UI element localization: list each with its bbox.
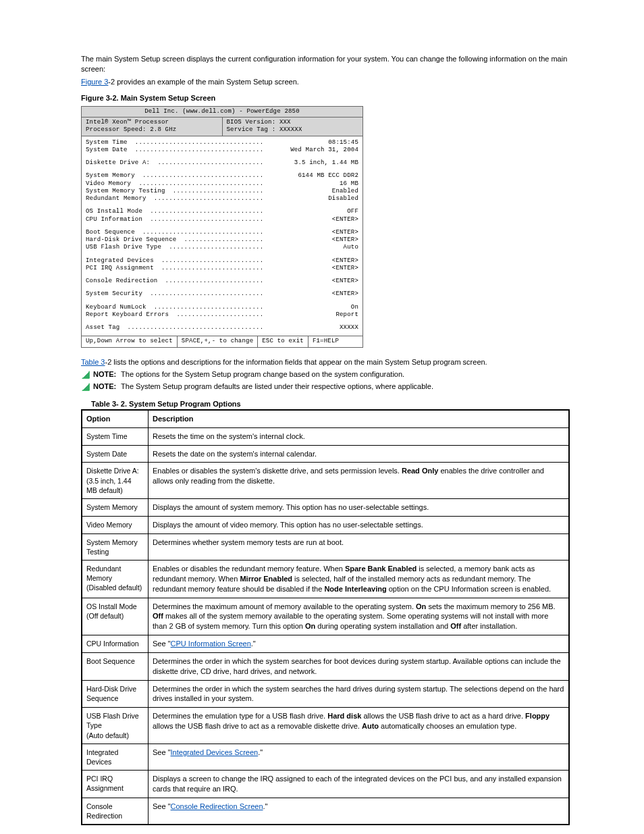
description-cell: Determines the order in which the system…	[149, 680, 570, 708]
bios-setting-row: System Security ........................…	[86, 290, 358, 298]
bios-setting-row: Asset Tag ..............................…	[86, 324, 358, 332]
table-row: System DateResets the date on the system…	[82, 445, 569, 463]
option-cell: CPU Information	[82, 635, 149, 653]
bios-footer-hint: SPACE,+,- to change	[178, 336, 258, 346]
description-cell: Displays the amount of video memory. Thi…	[149, 516, 570, 533]
table-row: Diskette Drive A:(3.5 inch, 1.44 MB defa…	[82, 463, 569, 499]
bios-setting-row: USB Flash Drive Type ...................…	[86, 244, 358, 251]
description-cell: Displays the amount of system memory. Th…	[149, 498, 570, 516]
table-row: Video MemoryDisplays the amount of video…	[82, 516, 569, 533]
bios-setting-row: System Memory Testing ..................…	[86, 188, 358, 195]
intro-text: The main System Setup screen displays th…	[81, 55, 567, 73]
bios-setting-row: Redundant Memory .......................…	[86, 195, 358, 203]
description-cell: See "CPU Information Screen."	[149, 635, 570, 653]
bios-setting-row: CPU Information ........................…	[86, 216, 358, 224]
table-row: Hard-Disk Drive SequenceDetermines the o…	[82, 680, 569, 708]
bios-setting-row: Video Memory ...........................…	[86, 180, 358, 188]
bios-setting-row: System Date ............................…	[86, 147, 358, 154]
table-row: PCI IRQ AssignmentDisplays a screen to c…	[82, 771, 569, 798]
note-2: NOTE: The System Setup program defaults …	[81, 382, 570, 392]
description-cell: Determines the maximum amount of memory …	[149, 598, 570, 635]
inline-link[interactable]: Integrated Devices Screen	[171, 748, 259, 756]
table-row: Integrated DevicesSee "Integrated Device…	[82, 744, 569, 770]
bios-setting-row: Hard-Disk Drive Sequence ...............…	[86, 236, 358, 244]
bios-setting-row: PCI IRQ Assignment .....................…	[86, 265, 358, 272]
option-cell: System Time	[82, 427, 149, 445]
bios-footer-hint: F1=HELP	[308, 336, 343, 346]
bios-setting-row: Boot Sequence ..........................…	[86, 229, 358, 236]
figure-link-suffix: -2 provides an example of the main Syste…	[108, 78, 298, 86]
description-cell: Determines the order in which the system…	[149, 652, 570, 680]
description-cell: Displays a screen to change the IRQ assi…	[149, 771, 570, 798]
bios-setting-row: Console Redirection ....................…	[86, 278, 358, 285]
bios-screenshot: Dell Inc. (www.dell.com) - PowerEdge 285…	[81, 106, 363, 348]
bios-footer-hint: Up,Down Arrow to select	[82, 336, 178, 346]
table-row: Boot SequenceDetermines the order in whi…	[82, 652, 569, 680]
option-cell: System Memory Testing	[82, 533, 149, 560]
table-row: Redundant Memory(Disabled default)Enable…	[82, 561, 569, 598]
bios-setting-row: Diskette Drive A: ......................…	[86, 159, 358, 167]
option-cell: Hard-Disk Drive Sequence	[82, 680, 149, 708]
option-cell: Console Redirection	[82, 798, 149, 825]
bios-header-left: Intel® Xeon™ Processor Processor Speed: …	[82, 118, 223, 136]
option-cell: PCI IRQ Assignment	[82, 771, 149, 798]
option-cell: Integrated Devices	[82, 744, 149, 770]
note-icon	[81, 370, 90, 380]
bios-setting-row: System Memory ..........................…	[86, 172, 358, 180]
table-3-link[interactable]: Table 3	[81, 358, 105, 366]
option-cell: Redundant Memory(Disabled default)	[82, 561, 149, 598]
inline-link[interactable]: Console Redirection Screen	[171, 802, 263, 810]
options-table: Option Description System TimeResets the…	[81, 409, 570, 825]
option-cell: Video Memory	[82, 516, 149, 533]
description-cell: Resets the time on the system's internal…	[149, 427, 570, 445]
bios-header-right: BIOS Version: XXX Service Tag : XXXXXX	[223, 118, 363, 136]
option-cell: Boot Sequence	[82, 652, 149, 680]
bios-footer-hint: ESC to exit	[258, 336, 308, 346]
option-cell: System Memory	[82, 498, 149, 516]
col-description: Description	[149, 410, 570, 427]
bios-setting-row: OS Install Mode ........................…	[86, 208, 358, 215]
figure-caption: Figure 3-2. Main System Setup Screen	[81, 94, 570, 102]
table-lead-paragraph: Table 3-2 lists the options and descript…	[81, 357, 570, 367]
table-row: CPU InformationSee "CPU Information Scre…	[82, 635, 569, 653]
option-cell: Diskette Drive A:(3.5 inch, 1.44 MB defa…	[82, 463, 149, 499]
col-option: Option	[82, 410, 149, 427]
bios-setting-row: Integrated Devices .....................…	[86, 257, 358, 265]
bios-footer: Up,Down Arrow to selectSPACE,+,- to chan…	[82, 336, 363, 346]
table-row: System Memory TestingDetermines whether …	[82, 533, 569, 560]
table-row: OS Install Mode(Off default)Determines t…	[82, 598, 569, 635]
figure-3-link[interactable]: Figure 3	[81, 78, 108, 86]
description-cell: See "Integrated Devices Screen."	[149, 744, 570, 770]
description-cell: Determines the emulation type for a USB …	[149, 708, 570, 744]
description-cell: Determines whether system memory tests a…	[149, 533, 570, 560]
note-1: NOTE: The options for the System Setup p…	[81, 370, 570, 380]
table-row: System TimeResets the time on the system…	[82, 427, 569, 445]
bios-setting-row: Report Keyboard Errors .................…	[86, 311, 358, 319]
description-cell: See "Console Redirection Screen."	[149, 798, 570, 825]
table-row: System MemoryDisplays the amount of syst…	[82, 498, 569, 516]
figure-link-line: Figure 3-2 provides an example of the ma…	[81, 78, 570, 86]
option-cell: OS Install Mode(Off default)	[82, 598, 149, 635]
bios-setting-row: System Time ............................…	[86, 139, 358, 147]
bios-title: Dell Inc. (www.dell.com) - PowerEdge 285…	[82, 107, 363, 118]
table-row: Console RedirectionSee "Console Redirect…	[82, 798, 569, 825]
bios-setting-row: Keyboard NumLock .......................…	[86, 304, 358, 311]
inline-link[interactable]: CPU Information Screen	[171, 640, 251, 648]
description-cell: Resets the date on the system's internal…	[149, 445, 570, 463]
description-cell: Enables or disables the redundant memory…	[149, 561, 570, 598]
description-cell: Enables or disables the system's diskett…	[149, 463, 570, 499]
option-cell: System Date	[82, 445, 149, 463]
note-icon	[81, 382, 90, 392]
intro-paragraph: The main System Setup screen displays th…	[81, 54, 570, 75]
table-caption: Table 3- 2. System Setup Program Options	[91, 400, 570, 408]
option-cell: USB Flash Drive Type(Auto default)	[82, 708, 149, 744]
table-row: USB Flash Drive Type(Auto default)Determ…	[82, 708, 569, 744]
